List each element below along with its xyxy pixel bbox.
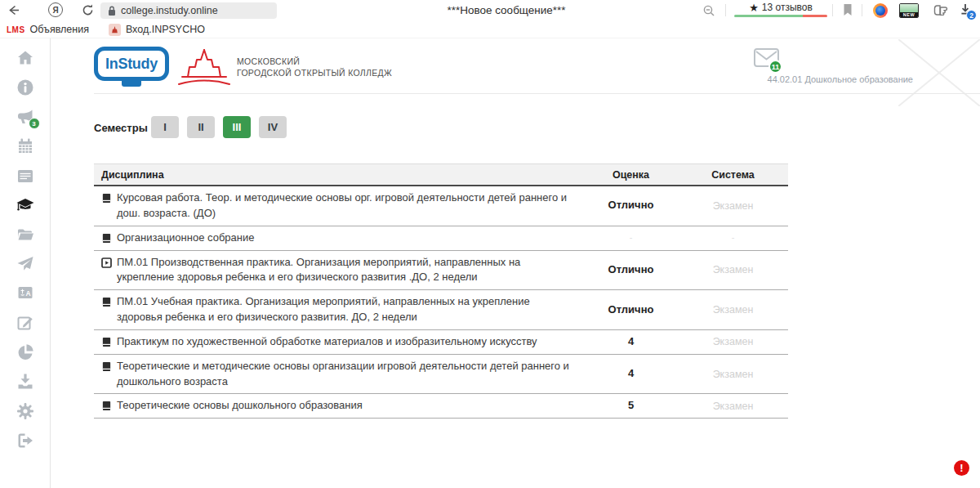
new-badge: NEW	[900, 12, 918, 18]
table-row[interactable]: Организационное собрание - -	[94, 226, 788, 251]
system-value: Экзамен	[678, 399, 788, 414]
book-icon	[101, 233, 112, 244]
announcements-badge: 3	[29, 118, 40, 129]
book-icon	[101, 337, 112, 347]
downloads-icon[interactable]: 2	[959, 2, 977, 20]
semester-button[interactable]: IV	[259, 116, 287, 138]
video-icon	[101, 257, 112, 268]
semester-button[interactable]: III	[223, 116, 251, 138]
sidebar-nav: 3 A	[0, 38, 51, 488]
system-value: -	[678, 231, 788, 244]
grade-value: 4	[584, 334, 678, 350]
book-icon	[101, 361, 112, 372]
book-icon	[101, 193, 112, 204]
header-divider	[94, 93, 980, 94]
discipline-name: ПМ.01 Производственная практика. Организ…	[117, 255, 584, 286]
emblem-icon	[109, 24, 121, 36]
instudy-logo-text: InStudy	[105, 56, 158, 73]
system-value: Экзамен	[678, 199, 788, 213]
sidebar-item-calendar[interactable]	[16, 137, 35, 156]
system-value: Экзамен	[678, 367, 788, 382]
column-grade: Оценка	[584, 169, 678, 181]
system-value: Экзамен	[678, 262, 788, 277]
bookmark-flag-icon[interactable]	[842, 3, 853, 16]
mail-badge: 11	[768, 60, 782, 74]
discipline-name: Курсовая работа. Теор. и методические ос…	[117, 190, 584, 222]
close-icon[interactable]	[898, 39, 980, 106]
sidebar-item-statistics[interactable]	[16, 342, 35, 362]
grades-table: Дисциплина Оценка Система Курсовая работ…	[94, 163, 788, 419]
url-text: college.instudy.online	[121, 5, 218, 16]
alert-icon[interactable]: !	[954, 460, 969, 476]
column-discipline: Дисциплина	[94, 169, 584, 181]
sidebar-item-translate[interactable]: A	[16, 284, 35, 303]
table-row[interactable]: Курсовая работа. Теор. и методические ос…	[94, 186, 788, 226]
semester-buttons: IIIIIIIV	[151, 116, 287, 138]
grade-value: Отлично	[584, 198, 678, 213]
reviews-rating-bar	[734, 15, 827, 17]
table-row[interactable]: ПМ.01 Производственная практика. Организ…	[94, 251, 788, 291]
toolbar-divider	[725, 4, 726, 16]
bookmarks-bar: LMS Объявления Вход.INPSYCHO	[0, 21, 980, 38]
instudy-monitor-shape: InStudy	[94, 47, 169, 81]
bookmark-inpsycho[interactable]: Вход.INPSYCHO	[97, 24, 205, 36]
page-title: ***Новое сообщение***	[343, 4, 670, 16]
downloads-badge: 2	[966, 10, 977, 20]
lms-icon: LMS	[7, 25, 25, 34]
sidebar-item-edit[interactable]	[16, 313, 35, 333]
grade-value: Отлично	[584, 262, 678, 278]
grade-value: Отлично	[584, 302, 678, 318]
extension-new-icon[interactable]: NEW	[899, 3, 919, 18]
zoom-out-icon[interactable]	[702, 4, 716, 18]
svg-text:A: A	[25, 289, 30, 298]
grade-value: -	[584, 231, 678, 244]
address-bar[interactable]: college.instudy.online	[100, 2, 277, 19]
back-icon[interactable]	[7, 3, 20, 17]
toolbar-divider	[862, 4, 862, 16]
grade-value: 5	[584, 398, 678, 414]
semester-button[interactable]: I	[151, 116, 179, 138]
table-row[interactable]: ПМ.01 Учебная практика. Организация меро…	[94, 290, 788, 330]
table-row[interactable]: Практикум по художественной обработке ма…	[94, 330, 788, 355]
toolbar-divider	[832, 4, 833, 16]
sidebar-item-announcements[interactable]: 3	[16, 107, 35, 127]
yandex-browser-icon[interactable]: Я	[48, 2, 63, 17]
star-icon: ★	[749, 2, 759, 13]
lock-icon	[108, 6, 116, 16]
sidebar-item-files[interactable]	[16, 225, 35, 244]
refresh-icon[interactable]	[81, 3, 95, 17]
sidebar-item-messages[interactable]	[16, 254, 35, 274]
discipline-name: Организационное собрание	[117, 231, 584, 246]
sidebar-item-logout[interactable]	[16, 431, 35, 450]
discipline-name: ПМ.01 Учебная практика. Организация меро…	[117, 294, 584, 325]
college-name: МОСКОВСКИЙ ГОРОДСКОЙ ОТКРЫТЫЙ КОЛЛЕДЖ	[237, 56, 392, 78]
college-tower-icon	[174, 47, 234, 90]
discipline-name: Теоретические и методические основы орга…	[117, 359, 584, 390]
discipline-name: Практикум по художественной обработке ма…	[117, 334, 584, 350]
sidebar-item-settings[interactable]	[16, 401, 35, 421]
column-system: Система	[678, 169, 788, 181]
reviews-widget[interactable]: ★ 13 отзывов	[734, 2, 827, 17]
mail-icon[interactable]: 11	[753, 47, 786, 75]
book-icon	[101, 401, 112, 411]
grade-value: 4	[584, 366, 678, 382]
sidebar-item-downloads[interactable]	[16, 372, 35, 392]
semester-button[interactable]: II	[187, 116, 215, 138]
extension-circle-icon[interactable]	[873, 3, 888, 18]
table-row[interactable]: Теоретические и методические основы орга…	[94, 355, 788, 395]
book-icon	[101, 297, 112, 307]
sidebar-item-journal[interactable]	[16, 166, 35, 186]
bookmark-lms-announcements[interactable]: LMS Объявления	[7, 24, 89, 35]
extension-gesture-icon[interactable]	[933, 3, 949, 17]
system-value: Экзамен	[678, 334, 788, 349]
instudy-logo[interactable]: InStudy	[94, 47, 169, 89]
sidebar-item-home[interactable]	[16, 48, 35, 68]
sidebar-item-education-active[interactable]	[16, 195, 35, 215]
program-title: 44.02.01 Дошкольное образование	[668, 74, 913, 84]
discipline-name: Теоретические основы дошкольного образов…	[117, 398, 584, 414]
table-row[interactable]: Теоретические основы дошкольного образов…	[94, 394, 788, 419]
system-value: Экзамен	[678, 302, 788, 317]
sidebar-item-info[interactable]	[16, 78, 35, 97]
instudy-monitor-stand	[122, 81, 141, 87]
reviews-count: 13 отзывов	[762, 2, 813, 13]
